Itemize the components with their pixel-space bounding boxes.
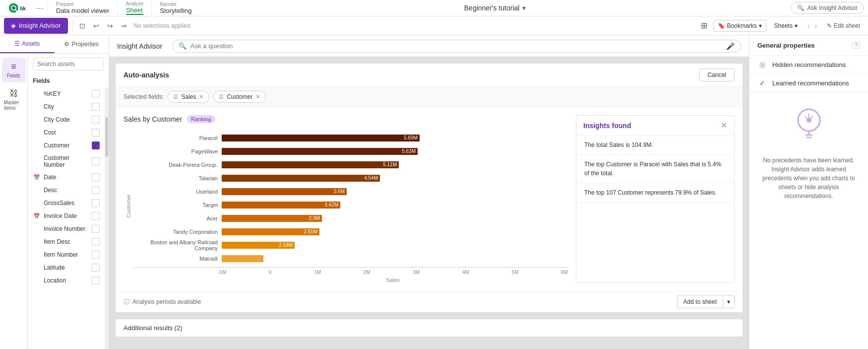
main-content: Insight Advisor 🔍 🎤 Auto-analysis Cancel… [109, 35, 749, 349]
sheets-chevron: ▾ [795, 22, 798, 29]
field-item-location[interactable]: Location [28, 274, 105, 287]
field-item-desc[interactable]: Desc [28, 184, 105, 197]
field-type-icon [33, 90, 41, 98]
field-type-icon [33, 199, 41, 207]
properties-tab-label: Properties [71, 41, 99, 48]
field-item-customer[interactable]: Customer✓ [28, 139, 105, 152]
add-to-sheet-button[interactable]: Add to sheet [677, 295, 723, 308]
field-checkbox[interactable] [92, 251, 100, 259]
tab-assets[interactable]: ☰ Assets [0, 35, 55, 53]
field-checkbox[interactable] [92, 212, 100, 220]
bar-value: 2.81M [304, 229, 317, 234]
app-title-chevron[interactable]: ▾ [522, 4, 526, 12]
field-checkbox[interactable] [92, 238, 100, 246]
field-item-city-code[interactable]: City Code [28, 113, 105, 126]
insights-title: Insights found [583, 122, 631, 130]
field-checkbox[interactable] [92, 173, 100, 181]
master-icon: ⛓ [9, 88, 18, 99]
field-checkbox[interactable] [92, 277, 100, 284]
fields-section-header: Fields [28, 74, 109, 87]
customer-tag-close[interactable]: ✕ [255, 93, 260, 100]
field-item-invoice-number[interactable]: Invoice Number [28, 222, 105, 235]
insight-advisor-tab-label: Insight Advisor [19, 22, 61, 29]
learned-recommendations-item[interactable]: ✓ Learned recommendations [749, 74, 868, 92]
field-type-icon [33, 238, 41, 246]
field-item-invoice-date[interactable]: 📅Invoice Date [28, 209, 105, 222]
nav-prepare[interactable]: Prepare Data model viewer [48, 0, 118, 15]
fields-scrollbar[interactable] [105, 87, 109, 349]
microphone-icon[interactable]: 🎤 [726, 42, 735, 50]
bar-row: Target3.42M [133, 200, 568, 210]
grid-view-icon[interactable]: ⊞ [699, 19, 709, 32]
chart-area: Sales by Customer Ranking Customer Parac… [124, 115, 576, 283]
sheet-nav-arrows: ‹ › [806, 21, 819, 31]
edit-sheet-button[interactable]: ✎ Edit sheet [823, 20, 864, 31]
bookmarks-button[interactable]: 🔖 Bookmarks ▾ [713, 20, 766, 32]
field-item-city[interactable]: City [28, 100, 105, 113]
prev-sheet-arrow[interactable]: ‹ [806, 21, 812, 31]
insight-search-bar: 🔍 🎤 [172, 40, 741, 53]
hidden-recommendations-label: Hidden recommendations [772, 61, 846, 69]
sheets-button[interactable]: Sheets ▾ [770, 20, 802, 31]
field-item-item-number[interactable]: Item Number [28, 248, 105, 261]
top-nav: lik ⋯ Prepare Data model viewer Analyze … [0, 0, 868, 16]
field-checkbox[interactable] [92, 116, 100, 124]
nav-more-icon[interactable]: ⋯ [32, 3, 48, 13]
field-checkbox[interactable] [92, 90, 100, 98]
ask-insight-button[interactable]: 🔍 Ask Insight Advisor [791, 2, 864, 14]
bar-track: 5.63M [222, 147, 568, 155]
fields-list: %KEYCityCity CodeCostCustomer✓Customer N… [28, 87, 105, 349]
cancel-button[interactable]: Cancel [699, 69, 735, 81]
field-checkbox[interactable] [92, 186, 100, 194]
bookmarks-chevron: ▾ [759, 22, 762, 29]
bookmarks-label: Bookmarks [727, 22, 757, 29]
sidebar-item-master[interactable]: ⛓ Master items [2, 84, 26, 115]
field-checkbox[interactable] [92, 129, 100, 137]
sidebar-item-fields[interactable]: ≡ Fields [2, 58, 26, 82]
bar-label: Matradi [133, 256, 218, 262]
undo-icon[interactable]: ↩ [90, 20, 102, 32]
auto-analysis-header: Auto-analysis Cancel [116, 64, 743, 87]
insight-question-input[interactable] [190, 42, 722, 50]
selection-icon[interactable]: ⊡ [76, 20, 88, 32]
field-item-date[interactable]: 📅Date [28, 171, 105, 184]
help-icon[interactable]: ? [852, 41, 860, 49]
bar-row: Userland3.6M [133, 186, 568, 197]
bar-fill: 5.63M [222, 148, 418, 155]
field-checkbox[interactable]: ✓ [92, 141, 100, 149]
field-item-cost[interactable]: Cost [28, 126, 105, 139]
bar-row: Talarian4.54M [133, 173, 568, 184]
field-checkbox[interactable] [92, 264, 100, 272]
bar-track: 5.11M [222, 161, 568, 169]
add-to-sheet-btn: Add to sheet ▾ [677, 295, 735, 308]
field-checkbox[interactable] [92, 225, 100, 233]
field-item-customer-number[interactable]: Customer Number [28, 152, 105, 171]
redo-icon[interactable]: ↪ [104, 20, 116, 32]
y-axis-label: Customer [124, 129, 133, 283]
search-input[interactable] [33, 58, 104, 70]
field-item-latitude[interactable]: Latitude [28, 261, 105, 274]
field-item-grosssales[interactable]: GrossSales [28, 197, 105, 209]
forward-icon[interactable]: ⇒ [118, 20, 130, 32]
tab-properties[interactable]: ⚙ Properties [55, 35, 109, 53]
field-item-item-desc[interactable]: Item Desc [28, 235, 105, 248]
fields-scroll-thumb[interactable] [105, 117, 108, 157]
insights-close-icon[interactable]: ✕ [721, 121, 727, 130]
nav-analyze[interactable]: Analyze Sheet [118, 0, 152, 16]
add-to-sheet-dropdown[interactable]: ▾ [723, 295, 735, 308]
field-checkbox[interactable] [92, 157, 100, 165]
sales-tag-close[interactable]: ✕ [199, 93, 204, 100]
bar-fill: 5.69M [222, 135, 420, 141]
insight-advisor-tab[interactable]: ◈ Insight Advisor [4, 18, 68, 34]
next-sheet-arrow[interactable]: › [813, 21, 819, 31]
bar-label: Paracel [133, 135, 218, 141]
nav-narrate[interactable]: Narrate Storytelling [151, 0, 199, 15]
field-name-label: Latitude [44, 264, 89, 271]
bar-row: Matradi [133, 253, 568, 264]
field-checkbox[interactable] [92, 103, 100, 111]
field-item-%key[interactable]: %KEY [28, 87, 105, 100]
hidden-recommendations-item[interactable]: ◎ Hidden recommendations [749, 56, 868, 74]
field-type-icon [33, 129, 41, 137]
field-checkbox[interactable] [92, 199, 100, 207]
selected-fields-label: Selected fields: [124, 93, 164, 100]
